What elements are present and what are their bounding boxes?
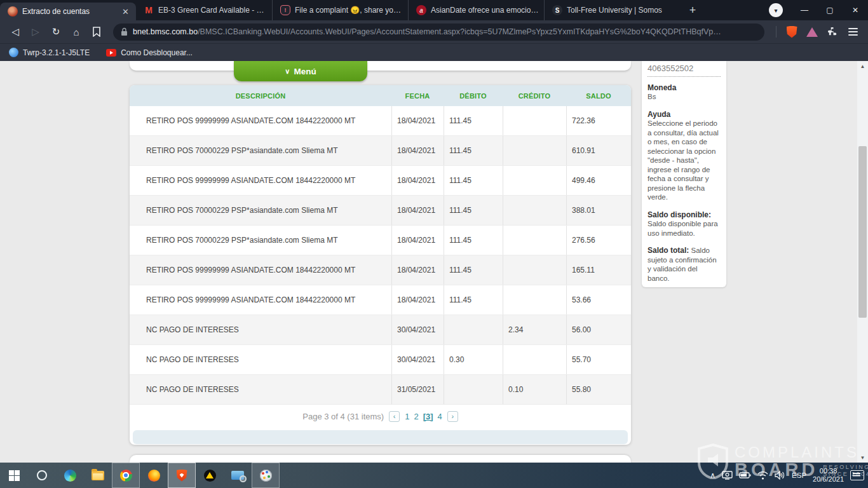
reload-button-icon[interactable]: ↻ — [47, 23, 65, 41]
monitor-magnifier-icon — [231, 471, 244, 480]
tab-asiandate[interactable]: a AsianDate ofrece una emocionante — [408, 0, 544, 20]
saldo-total-label: Saldo total: — [648, 246, 689, 255]
chrome-icon — [120, 470, 132, 482]
cell-saldo: 55.80 — [566, 375, 631, 404]
table-row: NC PAGO DE INTERESES31/05/20210.1055.80 — [130, 375, 631, 405]
close-tab-icon[interactable]: ✕ — [120, 7, 131, 17]
wifi-icon[interactable] — [757, 471, 768, 480]
prev-page-icon[interactable]: ‹ — [389, 411, 400, 422]
cell-descripcion: RETIRO POS 99999999 ASIANDATE.COM 184422… — [130, 166, 391, 195]
page-link-3-current[interactable]: [3] — [423, 412, 433, 421]
cell-fecha: 18/04/2021 — [391, 136, 444, 165]
windows-logo-icon — [9, 470, 20, 481]
cell-fecha: 18/04/2021 — [391, 196, 444, 225]
col-header-credito: CRÉDITO — [503, 92, 566, 100]
bookmark-twrp[interactable]: Twrp-3.2.1-1-J5LTE — [9, 48, 90, 57]
edge-taskbar-button[interactable] — [56, 463, 84, 488]
table-row: RETIRO POS 70000229 PSP*asiandate.com Sl… — [130, 196, 631, 226]
cell-debito: 111.45 — [444, 166, 503, 195]
home-button-icon[interactable]: ⌂ — [67, 23, 85, 41]
tollfree-favicon-icon: S — [552, 5, 562, 15]
cell-descripcion: RETIRO POS 99999999 ASIANDATE.COM 184422… — [130, 106, 391, 135]
previous-panel-remnant — [130, 61, 631, 71]
cell-debito — [444, 315, 503, 344]
cast-display-icon[interactable] — [722, 471, 733, 480]
cell-fecha: 30/04/2021 — [391, 345, 444, 374]
maximize-button[interactable]: ▢ — [817, 0, 843, 20]
cell-debito: 111.45 — [444, 136, 503, 165]
col-header-fecha: FECHA — [391, 92, 444, 100]
table-row: RETIRO POS 70000229 PSP*asiandate.com Sl… — [130, 226, 631, 255]
tab-gmail[interactable]: M EB-3 Green Card Available - daniele — [136, 0, 272, 20]
cell-saldo: 499.46 — [566, 166, 631, 195]
brave-shield-icon[interactable] — [783, 23, 801, 41]
tab-tollfree[interactable]: S Toll-Free University | Somos — [544, 0, 680, 20]
cell-saldo: 276.56 — [566, 226, 631, 255]
bookmark-youtube[interactable]: Como Desbloquear... — [106, 48, 193, 57]
minimize-button[interactable]: — — [792, 0, 817, 20]
avg-taskbar-button[interactable] — [196, 463, 224, 488]
address-bar[interactable]: bnet.bmsc.com.bo/BMSC.ICBanking.WebUI/Ac… — [113, 24, 764, 41]
speaker-icon[interactable] — [775, 471, 785, 480]
cell-credito — [503, 285, 566, 315]
twrp-icon — [9, 48, 18, 57]
asiandate-favicon-icon: a — [416, 5, 426, 15]
firefox-taskbar-button[interactable] — [140, 463, 168, 488]
chevron-down-icon: ∨ — [285, 67, 290, 76]
brave-icon — [177, 470, 187, 482]
cell-credito — [503, 255, 566, 285]
start-button[interactable] — [0, 463, 28, 488]
action-center-icon[interactable] — [850, 470, 864, 480]
tab-complaint[interactable]: ! File a complaint 😠, share your exp — [272, 0, 408, 20]
scroll-up-icon[interactable]: ▲ — [857, 61, 868, 71]
paint-taskbar-button[interactable] — [252, 463, 280, 488]
language-indicator[interactable]: ESP — [792, 471, 806, 479]
scrollbar-thumb[interactable] — [858, 146, 867, 318]
tab-title: Toll-Free University | Somos — [567, 6, 675, 15]
close-window-button[interactable]: ✕ — [843, 0, 868, 20]
cell-descripcion: RETIRO POS 70000229 PSP*asiandate.com Sl… — [130, 226, 391, 255]
screenshare-taskbar-button[interactable] — [224, 463, 252, 488]
url-text: bnet.bmsc.com.bo/BMSC.ICBanking.WebUI/Ac… — [133, 27, 721, 36]
extensions-puzzle-icon[interactable] — [824, 23, 841, 41]
next-page-icon[interactable]: › — [447, 411, 458, 422]
tray-chevron-up-icon[interactable]: ∧ — [710, 471, 715, 480]
bookmark-icon[interactable] — [88, 23, 105, 41]
new-tab-button[interactable]: + — [684, 1, 702, 19]
folder-icon — [92, 471, 104, 480]
brave-rewards-icon[interactable] — [803, 23, 821, 41]
table-rows: RETIRO POS 99999999 ASIANDATE.COM 184422… — [130, 106, 631, 405]
gmail-favicon-icon: M — [144, 5, 154, 15]
ayuda-text: Seleccione el periodo a consultar, día a… — [648, 119, 721, 202]
page-scrollbar[interactable]: ▲ ▼ — [857, 61, 868, 463]
profile-badge-icon[interactable]: ▾ — [769, 3, 783, 17]
cell-fecha: 31/05/2021 — [391, 375, 444, 404]
complaint-shield-favicon-icon: ! — [280, 5, 290, 15]
forward-button-icon[interactable]: ▷ — [27, 23, 44, 41]
brave-taskbar-button[interactable] — [168, 463, 196, 488]
next-panel-top — [130, 455, 631, 463]
col-header-descripcion: DESCRIPCIÓN — [130, 92, 391, 100]
battery-icon[interactable] — [739, 471, 751, 479]
cell-descripcion: RETIRO POS 70000229 PSP*asiandate.com Sl… — [130, 136, 391, 165]
back-button-icon[interactable]: ◁ — [6, 23, 24, 41]
clock[interactable]: 00:38 20/6/2021 — [813, 467, 844, 484]
chrome-taskbar-button[interactable] — [112, 463, 140, 488]
scroll-down-icon[interactable]: ▼ — [857, 452, 868, 463]
cell-credito: 2.34 — [503, 315, 566, 344]
table-row: RETIRO POS 70000229 PSP*asiandate.com Sl… — [130, 136, 631, 166]
cell-credito: 0.10 — [503, 375, 566, 404]
page-link-1[interactable]: 1 — [405, 412, 409, 421]
page-numbers: 1 2 [3] 4 — [405, 412, 442, 421]
cortana-button[interactable] — [28, 463, 56, 488]
tab-title: EB-3 Green Card Available - daniele — [158, 6, 267, 15]
browser-menu-icon[interactable] — [844, 23, 862, 41]
page-link-2[interactable]: 2 — [414, 412, 418, 421]
menu-button[interactable]: ∨ Menú — [234, 61, 367, 81]
page-link-4[interactable]: 4 — [438, 412, 442, 421]
clock-date: 20/6/2021 — [813, 475, 844, 484]
cell-credito — [503, 136, 566, 165]
cell-descripcion: NC PAGO DE INTERESES — [130, 315, 391, 344]
file-explorer-button[interactable] — [84, 463, 112, 488]
tab-extracto[interactable]: Extracto de cuentas ✕ — [0, 3, 136, 20]
